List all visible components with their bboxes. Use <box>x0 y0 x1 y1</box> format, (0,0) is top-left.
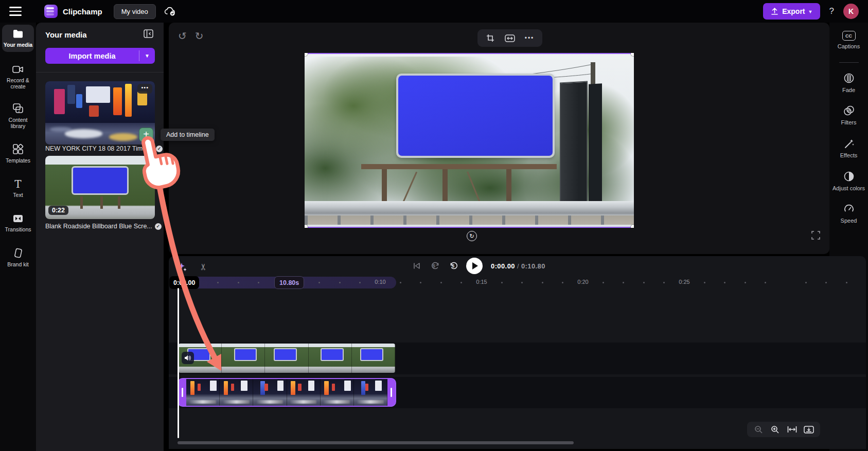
filmstrip-tile <box>287 379 321 406</box>
folder-icon <box>12 29 24 39</box>
split-scissors-icon[interactable]: ✂ <box>197 260 210 274</box>
timeline-clip-billboard[interactable] <box>179 344 395 373</box>
brand-kit-icon <box>12 247 24 259</box>
chevron-down-icon: ▾ <box>809 9 812 14</box>
timeline-clip-nyc-selected[interactable] <box>178 378 396 407</box>
sidebar-item-your-media[interactable]: Your media <box>2 25 34 52</box>
text-icon: T <box>14 179 21 189</box>
media-item-nyc-thumbnail[interactable]: ••• + <box>45 81 155 145</box>
sidebar-item-transitions[interactable]: Transitions <box>2 209 34 237</box>
sidebar-item-record-create[interactable]: Record & create <box>2 60 34 94</box>
ruler-tick <box>805 282 807 283</box>
zoom-out-icon[interactable] <box>752 423 765 436</box>
filmstrip-tile <box>253 379 287 406</box>
upload-icon <box>771 8 778 15</box>
import-dropdown-chevron-icon[interactable]: ▼ <box>139 48 155 64</box>
timeline-panel: ✂ 5 5 0:00.00/0:10.80 0:10 0:15 <box>169 256 866 449</box>
back-billboard-panel <box>589 83 602 207</box>
panel-item-filters[interactable]: Filters <box>832 104 865 126</box>
zoom-in-icon[interactable] <box>769 423 782 436</box>
media-stack-icon: ♪ <box>12 103 24 114</box>
panel-item-fade[interactable]: Fade <box>832 72 865 94</box>
ruler-tick <box>359 282 361 283</box>
import-media-button[interactable]: Import media ▼ <box>45 48 155 64</box>
ruler-tick <box>258 282 259 283</box>
selection-border-top <box>305 53 634 54</box>
ruler-tick <box>745 282 746 283</box>
svg-text:♪: ♪ <box>18 109 21 113</box>
snap-toggle-icon[interactable] <box>802 423 816 436</box>
avatar[interactable]: K <box>843 4 859 19</box>
cloud-sync-icon <box>164 6 176 16</box>
sidebar-item-content-library[interactable]: ♪ Content library <box>2 99 34 133</box>
ruler-tick <box>440 282 442 283</box>
sidebar-item-brand-kit[interactable]: Brand kit <box>2 243 34 272</box>
panel-item-adjust-colors[interactable]: Adjust colors <box>832 170 865 192</box>
ruler-tick <box>318 282 320 283</box>
ruler-tick <box>542 282 543 283</box>
media-panel: Your media Import media ▼ <box>36 23 164 451</box>
help-icon[interactable]: ? <box>829 6 834 16</box>
ai-suggestions-icon[interactable] <box>176 260 189 274</box>
resize-handle-bottom-left[interactable] <box>305 225 308 228</box>
export-button[interactable]: Export ▾ <box>763 3 820 20</box>
timeline-ruler[interactable]: 0:10 0:15 0:20 0:25 10.80s 0:00.00 <box>178 276 866 290</box>
forward-5-icon[interactable]: 5 <box>448 260 460 272</box>
selection-border-bottom <box>305 227 634 228</box>
add-to-timeline-button[interactable]: + <box>139 128 153 142</box>
guardrail-posts <box>305 215 634 225</box>
back-billboard <box>560 81 588 212</box>
fullscreen-icon[interactable] <box>811 231 820 240</box>
export-label: Export <box>782 7 805 15</box>
adjust-colors-icon <box>843 170 855 183</box>
sidebar-item-text[interactable]: T Text <box>2 175 34 202</box>
ruler-tick <box>765 282 766 283</box>
panel-item-speed[interactable]: Speed <box>832 203 865 224</box>
timeline-scrollbar[interactable] <box>178 441 574 444</box>
guardrail <box>305 201 634 215</box>
filmstrip-tile <box>222 344 265 373</box>
rewind-5-icon[interactable]: 5 <box>429 260 441 272</box>
filmstrip-tile <box>220 379 253 406</box>
resize-handle-top-right[interactable] <box>631 53 634 56</box>
audio-speaker-icon[interactable] <box>182 352 194 364</box>
ruler-label: 0:25 <box>679 279 689 285</box>
zoom-fit-icon[interactable] <box>785 423 799 436</box>
clip-billboard-filmstrip <box>179 344 395 373</box>
clipchamp-editor: Clipchamp My video Export ▾ ? K Your med… <box>0 0 868 451</box>
crop-icon[interactable] <box>483 31 498 45</box>
project-title[interactable]: My video <box>114 4 156 19</box>
filmstrip-tile <box>186 379 220 406</box>
billboard-beam <box>361 164 557 169</box>
trim-handle-right[interactable] <box>387 379 395 406</box>
skip-to-start-icon[interactable] <box>411 260 423 272</box>
redo-icon[interactable]: ↻ <box>195 30 204 42</box>
rotate-handle[interactable]: ↻ <box>467 231 477 241</box>
effects-wand-icon <box>843 137 855 150</box>
panel-item-captions[interactable]: CC Captions <box>832 31 865 50</box>
chroma-billboard[interactable] <box>396 74 555 158</box>
captions-icon: CC <box>842 31 856 41</box>
trim-handle-left[interactable] <box>179 379 186 406</box>
panel-item-effects[interactable]: Effects <box>832 137 865 159</box>
left-nav-rail: Your media Record & create ♪ Content lib… <box>0 23 36 451</box>
ruler-tick <box>623 282 624 283</box>
media-item-more-icon[interactable]: ••• <box>137 84 152 94</box>
ruler-tick <box>238 282 239 283</box>
resize-handle-top-left[interactable] <box>305 53 308 56</box>
media-item-billboard-thumbnail[interactable]: 0:22 <box>45 156 155 219</box>
undo-icon[interactable]: ↺ <box>178 30 187 42</box>
fit-resize-icon[interactable] <box>502 31 518 45</box>
collapse-panel-icon[interactable] <box>144 29 153 38</box>
video-canvas[interactable] <box>305 53 634 228</box>
resize-handle-bottom-right[interactable] <box>631 225 634 228</box>
play-button[interactable] <box>466 258 483 274</box>
hamburger-menu-icon[interactable] <box>9 5 22 17</box>
playhead[interactable] <box>178 288 179 438</box>
sidebar-item-templates[interactable]: Templates <box>2 139 34 168</box>
transitions-icon <box>12 213 24 224</box>
more-options-icon[interactable]: ••• <box>522 31 537 45</box>
ruler-tick <box>420 282 421 283</box>
ruler-tick <box>460 282 462 283</box>
duration-badge: 0:22 <box>48 206 68 215</box>
